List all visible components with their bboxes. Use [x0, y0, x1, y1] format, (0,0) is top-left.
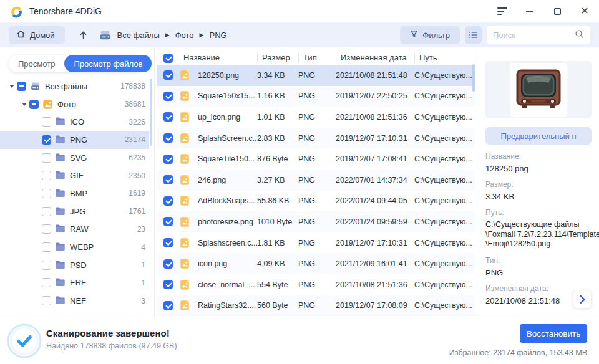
tree-checkbox[interactable]	[42, 153, 51, 163]
breadcrumb: Все файлы ▶ Фото ▶ PNG	[117, 31, 227, 40]
sidebar-item-bmp[interactable]: BMP1619	[0, 184, 149, 203]
search-input[interactable]	[493, 31, 575, 40]
tree-checkbox[interactable]	[29, 100, 39, 109]
select-all-checkbox[interactable]	[163, 54, 173, 63]
sidebar-item-gif[interactable]: GIF2350	[0, 166, 149, 184]
column-header-date[interactable]: Измененная дата	[336, 53, 414, 63]
maximize-icon[interactable]	[552, 6, 563, 17]
tree-checkbox[interactable]	[42, 261, 51, 270]
preview-button[interactable]: Предварительный п	[485, 127, 592, 145]
tab-view[interactable]: Просмотр	[9, 55, 64, 72]
tree-checkbox[interactable]	[42, 117, 51, 127]
row-checkbox[interactable]	[163, 238, 173, 247]
row-checkbox[interactable]	[163, 133, 173, 143]
folder-icon	[55, 153, 66, 163]
image-file-icon	[179, 300, 190, 311]
breadcrumb-item-all-files[interactable]: Все файлы	[117, 31, 160, 40]
row-checkbox[interactable]	[163, 217, 173, 226]
file-type: PNG	[298, 301, 336, 310]
sidebar-item-фото[interactable]: Фото38681	[0, 95, 149, 113]
sidebar-item-jpg[interactable]: JPG1761	[0, 203, 149, 221]
tree-checkbox[interactable]	[42, 296, 51, 305]
sidebar-item-psd[interactable]: PSD1	[0, 256, 149, 274]
table-row[interactable]: icon.png4.09 KBPNG2021/12/09 16:01:41C:\…	[157, 253, 475, 274]
column-header-path[interactable]: Путь	[414, 53, 475, 63]
tree-checkbox[interactable]	[42, 207, 51, 216]
file-size: 3.34 KB	[257, 71, 298, 80]
sidebar-item-svg[interactable]: SVG6235	[0, 149, 149, 167]
row-checkbox[interactable]	[163, 70, 173, 80]
table-body: 128250.png3.34 KBPNG2021/10/08 21:51:48C…	[157, 65, 475, 316]
sidebar-item-все-файлы[interactable]: Все файлы178838	[0, 77, 149, 95]
tree-checkbox[interactable]	[42, 171, 51, 180]
window-controls: ✕	[497, 6, 590, 17]
caret-down-icon[interactable]	[19, 103, 29, 106]
file-type: PNG	[298, 113, 336, 122]
folder-icon	[55, 188, 66, 199]
row-checkbox[interactable]	[163, 301, 173, 310]
breadcrumb-item-photo[interactable]: Фото	[175, 31, 194, 40]
row-checkbox[interactable]	[163, 112, 173, 122]
sidebar-item-webp[interactable]: WEBP4	[0, 238, 149, 256]
table-row[interactable]: close_normal_...554 BytePNG2021/10/08 21…	[157, 274, 475, 295]
column-header-type[interactable]: Тип	[298, 53, 336, 63]
folder-icon	[55, 277, 66, 288]
tree-checkbox[interactable]	[42, 224, 51, 234]
list-view-icon[interactable]	[465, 26, 482, 44]
funnel-icon	[410, 30, 418, 40]
table-row[interactable]: 128250.png3.34 KBPNG2021/10/08 21:51:48C…	[157, 65, 475, 86]
row-checkbox[interactable]	[163, 92, 173, 101]
row-checkbox[interactable]	[163, 280, 173, 289]
tree-checkbox[interactable]	[42, 135, 51, 145]
app-title: Tenorshare 4DDiG	[29, 6, 102, 16]
file-size: 876 Byte	[257, 155, 298, 163]
next-file-button[interactable]	[573, 290, 592, 309]
recover-button[interactable]: Восстановить	[520, 324, 587, 343]
sidebar-item-nef[interactable]: NEF3	[0, 292, 149, 310]
home-button[interactable]: Домой	[9, 26, 65, 44]
table-row[interactable]: Square150x15...1.16 KBPNG2019/12/07 22:5…	[157, 86, 475, 107]
file-path: C:\Существую...	[414, 259, 475, 268]
table-row[interactable]: up_icon.png1.01 KBPNG2021/10/08 21:51:36…	[157, 107, 475, 128]
sidebar-scrollbar[interactable]	[150, 79, 152, 146]
table-row[interactable]: AdBlockSnaps...55.86 KBPNG2022/01/24 09:…	[157, 191, 475, 212]
table-row[interactable]: photoresize.png1010 BytePNG2022/01/24 09…	[157, 211, 475, 232]
tree-item-count: 2350	[129, 171, 145, 180]
row-checkbox[interactable]	[163, 196, 173, 206]
tree-checkbox[interactable]	[42, 242, 51, 252]
menu-icon[interactable]	[497, 6, 508, 17]
chevron-right-icon	[578, 295, 587, 304]
table-row[interactable]: RatingStars32....560 BytePNG2019/12/07 1…	[157, 295, 475, 317]
minimize-icon[interactable]	[524, 6, 535, 17]
column-header-name[interactable]: Название	[179, 53, 257, 63]
search-icon[interactable]	[575, 29, 584, 41]
row-checkbox[interactable]	[163, 155, 173, 164]
tab-file-view[interactable]: Просмотр файлов	[64, 55, 152, 72]
table-row[interactable]: SquareTile150...876 BytePNG2019/12/07 17…	[157, 148, 475, 170]
file-table: Название Размер Тип Измененная дата Путь…	[157, 47, 475, 318]
sidebar-item-raw[interactable]: RAW23	[0, 221, 149, 239]
table-row[interactable]: 246.png3.27 KBPNG2022/07/01 14:37:34C:\С…	[157, 170, 475, 191]
table-row[interactable]: Splashscreen.c...1.81 KBPNG2019/12/07 17…	[157, 232, 475, 254]
column-header-size[interactable]: Размер	[257, 53, 298, 63]
app-logo-icon	[9, 4, 24, 19]
folder-icon	[55, 206, 66, 217]
close-icon[interactable]: ✕	[579, 6, 590, 17]
sidebar-item-erf[interactable]: ERF1	[0, 274, 149, 292]
file-size: 4.09 KB	[257, 259, 298, 268]
breadcrumb-item-png[interactable]: PNG	[209, 31, 226, 40]
sidebar-item-ico[interactable]: ICO3226	[0, 113, 149, 131]
up-arrow-icon[interactable]	[76, 27, 91, 42]
filter-button[interactable]: Фильтр	[400, 26, 460, 44]
tree-checkbox[interactable]	[42, 189, 51, 198]
table-scrollbar[interactable]	[472, 64, 475, 92]
row-checkbox[interactable]	[163, 175, 173, 184]
table-row[interactable]: SplashScreen.c...2.83 KBPNG2019/12/07 17…	[157, 128, 475, 149]
caret-down-icon[interactable]	[6, 85, 17, 88]
file-path: C:\Существую...	[414, 301, 475, 310]
tree-checkbox[interactable]	[42, 278, 51, 287]
file-path: C:\Существую...	[414, 218, 475, 226]
sidebar-item-png[interactable]: PNG23174	[0, 131, 149, 149]
tree-checkbox[interactable]	[17, 82, 26, 91]
row-checkbox[interactable]	[163, 259, 173, 269]
